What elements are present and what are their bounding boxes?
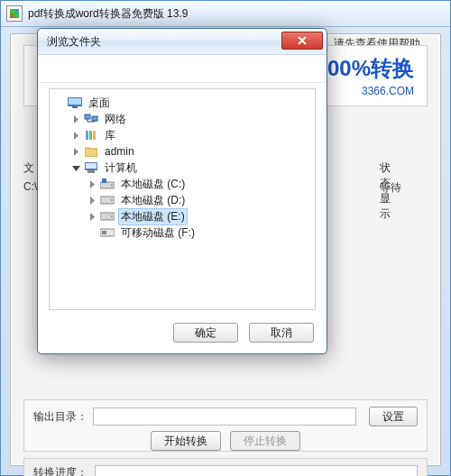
tree-node-admin[interactable]: admin — [53, 143, 311, 160]
expand-twisty-icon[interactable] — [86, 210, 98, 223]
progress-label: 转换进度： — [33, 465, 87, 477]
network-icon — [84, 112, 98, 126]
svg-rect-9 — [86, 163, 97, 169]
dialog-header-spacer — [38, 55, 327, 83]
svg-rect-7 — [93, 131, 96, 140]
svg-rect-4 — [92, 116, 97, 121]
svg-rect-19 — [102, 231, 106, 234]
svg-point-15 — [111, 199, 113, 201]
libraries-icon — [84, 128, 98, 142]
svg-rect-12 — [102, 178, 106, 183]
expand-twisty-icon[interactable] — [69, 129, 82, 142]
svg-rect-1 — [72, 106, 78, 108]
tree-node-disk-e[interactable]: 本地磁盘 (E:) — [53, 208, 311, 224]
svg-rect-3 — [85, 114, 90, 119]
app-icon — [6, 5, 23, 22]
close-icon — [298, 36, 307, 45]
file-row-path[interactable]: C:\ — [23, 180, 37, 193]
dialog-title: 浏览文件夹 — [47, 34, 101, 50]
blank-twisty — [86, 226, 98, 239]
user-folder-icon — [84, 144, 98, 159]
tree-node-network[interactable]: 网络 — [53, 111, 311, 127]
output-label: 输出目录： — [33, 409, 87, 425]
svg-point-13 — [111, 185, 113, 187]
main-window: pdf转换成word转换器免费版 13.9 请先查看使用帮助 00%转换 336… — [0, 0, 451, 476]
expand-twisty-icon[interactable] — [86, 194, 98, 206]
expand-twisty-icon[interactable] — [69, 113, 82, 125]
window-title: pdf转换成word转换器免费版 13.9 — [28, 6, 188, 22]
settings-button[interactable]: 设置 — [369, 407, 418, 426]
file-row-status: 等待 — [380, 180, 401, 196]
expand-twisty-icon[interactable] — [86, 178, 98, 190]
main-titlebar[interactable]: pdf转换成word转换器免费版 13.9 — [1, 1, 450, 27]
stop-convert-button: 停止转换 — [230, 431, 300, 451]
tree-node-computer[interactable]: 计算机 — [53, 160, 311, 176]
svg-point-17 — [111, 215, 113, 217]
dialog-titlebar[interactable]: 浏览文件夹 — [38, 29, 327, 55]
tree-node-libraries[interactable]: 库 — [53, 127, 311, 143]
progress-bar — [95, 465, 418, 476]
banner-headline: 00%转换 — [327, 54, 414, 83]
dialog-cancel-button[interactable]: 取消 — [249, 323, 314, 343]
collapse-twisty-icon[interactable] — [69, 161, 82, 174]
svg-rect-6 — [89, 131, 92, 140]
desktop-icon — [68, 96, 82, 110]
svg-rect-5 — [86, 131, 88, 140]
drive-icon — [100, 193, 115, 207]
tree-node-desktop[interactable]: 桌面 — [53, 95, 311, 111]
tree-node-disk-d[interactable]: 本地磁盘 (D:) — [53, 192, 311, 208]
tree-node-disk-c[interactable]: 本地磁盘 (C:) — [53, 176, 311, 192]
dialog-ok-button[interactable]: 确定 — [173, 323, 238, 343]
folder-tree[interactable]: 桌面 网络 库 admin 计算机 — [49, 88, 316, 310]
progress-panel: 转换进度： — [23, 458, 428, 476]
system-drive-icon — [100, 177, 115, 191]
removable-drive-icon — [100, 225, 115, 240]
start-convert-button[interactable]: 开始转换 — [151, 431, 221, 451]
expand-twisty-icon[interactable] — [69, 145, 82, 158]
browse-folder-dialog: 浏览文件夹 桌面 网络 库 — [37, 28, 327, 354]
banner-subtext: 3366.COM — [327, 85, 414, 97]
output-panel: 输出目录： 设置 开始转换 停止转换 — [23, 399, 428, 452]
blank-twisty — [53, 96, 66, 109]
file-column-header: 文 状态显示 — [23, 160, 34, 176]
svg-rect-2 — [69, 98, 81, 105]
svg-rect-10 — [87, 170, 95, 173]
drive-icon — [100, 209, 115, 224]
dialog-close-button[interactable] — [281, 32, 323, 50]
tree-node-removable-f[interactable]: 可移动磁盘 (F:) — [53, 224, 311, 241]
computer-icon — [84, 160, 98, 175]
output-dir-input[interactable] — [93, 407, 356, 426]
